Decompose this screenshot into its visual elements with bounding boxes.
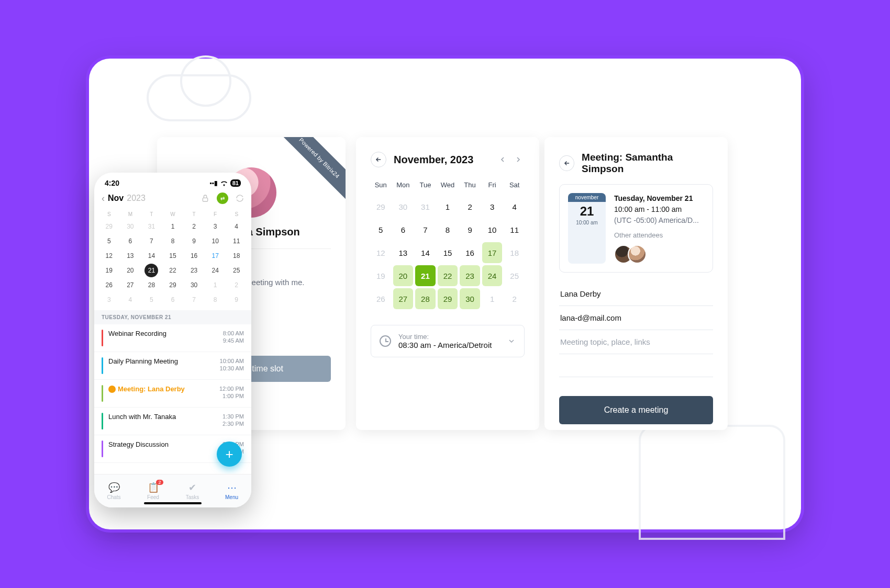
calendar-day[interactable]: 20 bbox=[393, 265, 414, 286]
mini-calendar-day[interactable]: 8 bbox=[162, 234, 184, 248]
mini-calendar-day[interactable]: 5 bbox=[98, 234, 120, 248]
mini-calendar-day[interactable]: 3 bbox=[98, 292, 120, 307]
back-button[interactable] bbox=[559, 155, 574, 171]
calendar-day[interactable]: 11 bbox=[504, 219, 525, 240]
mini-calendar-day[interactable]: 16 bbox=[183, 248, 205, 263]
calendar-day[interactable]: 29 bbox=[438, 288, 458, 309]
mini-calendar-day[interactable]: 6 bbox=[120, 234, 141, 248]
calendar-day[interactable]: 10 bbox=[482, 219, 503, 240]
calendar-day[interactable]: 6 bbox=[393, 219, 414, 240]
mini-calendar-day[interactable]: 11 bbox=[226, 234, 247, 248]
mini-calendar-day[interactable]: 4 bbox=[120, 292, 141, 307]
calendar-card: November, 2023 SunMonTueWedThuFriSat 293… bbox=[356, 137, 539, 430]
mini-calendar-day[interactable]: 13 bbox=[120, 248, 141, 263]
mini-calendar-day[interactable]: 20 bbox=[120, 263, 141, 278]
calendar-day[interactable]: 2 bbox=[460, 196, 480, 217]
chevron-down-icon bbox=[507, 337, 516, 345]
mini-calendar-day[interactable]: 5 bbox=[141, 292, 162, 307]
email-field[interactable] bbox=[559, 306, 713, 330]
calendar-day[interactable]: 23 bbox=[460, 265, 480, 286]
back-chevron[interactable]: ‹ bbox=[102, 193, 105, 204]
calendar-day[interactable]: 8 bbox=[438, 219, 458, 240]
mini-calendar-day[interactable]: 1 bbox=[162, 219, 184, 234]
mini-calendar-day[interactable]: 2 bbox=[226, 278, 247, 292]
calendar-day[interactable]: 24 bbox=[482, 265, 503, 286]
mini-calendar-day[interactable]: 29 bbox=[162, 278, 184, 292]
mini-calendar-day[interactable]: 21 bbox=[144, 264, 158, 277]
calendar-day[interactable]: 3 bbox=[482, 196, 503, 217]
calendar-day[interactable]: 27 bbox=[393, 288, 414, 309]
mini-calendar-day[interactable]: 27 bbox=[120, 278, 141, 292]
mini-calendar-day[interactable]: 6 bbox=[162, 292, 184, 307]
mini-calendar-day[interactable]: 30 bbox=[183, 278, 205, 292]
timezone-selector[interactable]: Your time: 08:30 am - America/Detroit bbox=[371, 325, 525, 357]
mini-calendar-day[interactable]: 9 bbox=[226, 292, 247, 307]
mini-calendar-day[interactable]: 4 bbox=[226, 219, 247, 234]
tab-feed[interactable]: 📋2Feed bbox=[134, 482, 173, 500]
agenda-event[interactable]: Lunch with Mr. Tanaka1:30 PM2:30 PM bbox=[94, 408, 251, 435]
sync-icon[interactable]: ⇄ bbox=[217, 193, 228, 204]
topic-field[interactable] bbox=[559, 330, 713, 354]
mini-calendar-day[interactable]: 15 bbox=[162, 248, 184, 263]
tab-tasks[interactable]: ✔Tasks bbox=[173, 482, 212, 500]
agenda-event[interactable]: Meeting: Lana Derby12:00 PM1:00 PM bbox=[94, 380, 251, 408]
mini-calendar-day[interactable]: 12 bbox=[98, 248, 120, 263]
mini-calendar-day[interactable]: 7 bbox=[141, 234, 162, 248]
calendar-day[interactable]: 21 bbox=[415, 265, 436, 286]
calendar-day[interactable]: 30 bbox=[460, 288, 480, 309]
calendar-day[interactable]: 5 bbox=[371, 219, 391, 240]
event-title: Strategy Discussion bbox=[108, 440, 222, 448]
mini-calendar-day[interactable]: 9 bbox=[183, 234, 205, 248]
create-meeting-button[interactable]: Create a meeting bbox=[559, 396, 713, 424]
mini-calendar-day[interactable]: 26 bbox=[98, 278, 120, 292]
calendar-day[interactable]: 15 bbox=[438, 242, 458, 263]
mini-calendar-day[interactable]: 23 bbox=[183, 263, 205, 278]
mini-calendar-day[interactable]: 25 bbox=[226, 263, 247, 278]
calendar-day[interactable]: 17 bbox=[482, 242, 503, 263]
tab-chats[interactable]: 💬Chats bbox=[94, 482, 134, 500]
calendar-day[interactable]: 1 bbox=[438, 196, 458, 217]
weekday-label: S bbox=[226, 209, 247, 219]
calendar-day[interactable]: 4 bbox=[504, 196, 525, 217]
extra-field[interactable] bbox=[559, 354, 713, 377]
refresh-icon[interactable] bbox=[236, 194, 244, 202]
mini-calendar-day[interactable]: 28 bbox=[141, 278, 162, 292]
weekday-label: Wed bbox=[438, 176, 458, 196]
calendar-day[interactable]: 13 bbox=[393, 242, 414, 263]
mini-calendar-day[interactable]: 24 bbox=[205, 263, 226, 278]
next-month-button[interactable] bbox=[512, 153, 525, 166]
mini-calendar-day[interactable]: 2 bbox=[183, 219, 205, 234]
mini-calendar-day[interactable]: 10 bbox=[205, 234, 226, 248]
mini-calendar-day[interactable]: 14 bbox=[141, 248, 162, 263]
back-button[interactable] bbox=[371, 152, 386, 167]
mini-calendar-day[interactable]: 8 bbox=[205, 292, 226, 307]
prev-month-button[interactable] bbox=[496, 153, 509, 166]
calendar-day[interactable]: 22 bbox=[438, 265, 458, 286]
mini-calendar-day[interactable]: 22 bbox=[162, 263, 184, 278]
calendar-day: 25 bbox=[504, 265, 525, 286]
lock-icon[interactable] bbox=[201, 194, 209, 202]
mini-calendar-day[interactable]: 7 bbox=[183, 292, 205, 307]
agenda-event[interactable]: Daily Planning Meeting10:00 AM10:30 AM bbox=[94, 352, 251, 380]
calendar-day[interactable]: 16 bbox=[460, 242, 480, 263]
mini-calendar-day[interactable]: 1 bbox=[205, 278, 226, 292]
add-event-fab[interactable]: + bbox=[217, 442, 242, 467]
calendar-day[interactable]: 7 bbox=[415, 219, 436, 240]
mini-calendar-day[interactable]: 18 bbox=[226, 248, 247, 263]
name-field[interactable] bbox=[559, 282, 713, 306]
mini-calendar-day[interactable]: 3 bbox=[205, 219, 226, 234]
mini-calendar-day[interactable]: 19 bbox=[98, 263, 120, 278]
agenda-event[interactable]: Webinar Recording8:00 AM9:45 AM bbox=[94, 324, 251, 352]
event-color-bar bbox=[102, 440, 103, 457]
event-title: Webinar Recording bbox=[108, 330, 223, 337]
calendar-day[interactable]: 9 bbox=[460, 219, 480, 240]
mini-calendar-day[interactable]: 30 bbox=[120, 219, 141, 234]
calendar-day[interactable]: 28 bbox=[415, 288, 436, 309]
mini-calendar-day[interactable]: 31 bbox=[141, 219, 162, 234]
date-tile-day: 21 bbox=[568, 202, 606, 219]
mini-calendar-day[interactable]: 17 bbox=[205, 248, 226, 263]
calendar-day[interactable]: 14 bbox=[415, 242, 436, 263]
calendar-day: 30 bbox=[393, 196, 414, 217]
mini-calendar-day[interactable]: 29 bbox=[98, 219, 120, 234]
tab-menu[interactable]: ⋯Menu bbox=[212, 482, 251, 500]
